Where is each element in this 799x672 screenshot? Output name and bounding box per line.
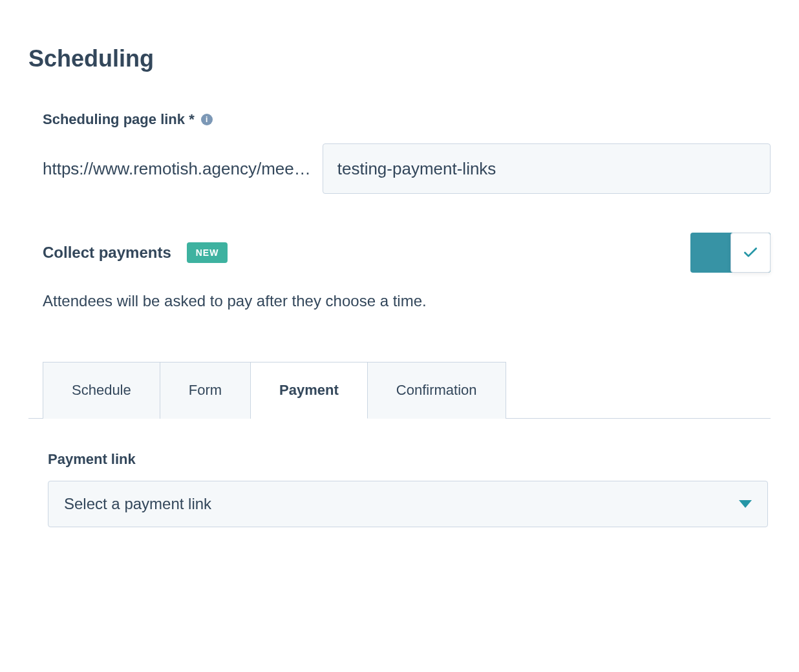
new-badge: NEW: [187, 242, 228, 263]
tab-form[interactable]: Form: [160, 362, 251, 419]
check-icon: [742, 244, 759, 261]
collect-payments-description: Attendees will be asked to pay after the…: [43, 292, 771, 310]
toggle-thumb: [730, 233, 771, 273]
info-icon[interactable]: i: [201, 114, 213, 125]
collect-payments-toggle[interactable]: [690, 233, 771, 273]
payment-link-label: Payment link: [48, 451, 768, 468]
tabs-row: Schedule Form Payment Confirmation: [28, 362, 771, 419]
tab-payment[interactable]: Payment: [251, 362, 368, 419]
tab-confirmation[interactable]: Confirmation: [368, 362, 506, 419]
scheduling-link-section: Scheduling page link * i https://www.rem…: [28, 111, 771, 194]
scheduling-link-label: Scheduling page link *: [43, 111, 195, 128]
chevron-down-icon: [739, 500, 752, 508]
url-slug-input[interactable]: [323, 143, 771, 194]
collect-payments-label: Collect payments: [43, 244, 171, 262]
payment-link-section: Payment link Select a payment link: [28, 451, 771, 527]
collect-payments-section: Collect payments NEW Attendees will be a…: [28, 233, 771, 310]
tab-schedule[interactable]: Schedule: [43, 362, 160, 419]
payment-link-placeholder: Select a payment link: [64, 495, 211, 513]
page-title: Scheduling: [28, 45, 771, 72]
payment-link-select[interactable]: Select a payment link: [48, 481, 768, 527]
scheduling-link-label-row: Scheduling page link * i: [43, 111, 771, 128]
url-prefix-text: https://www.remotish.agency/mee…: [43, 159, 311, 179]
collect-payments-left: Collect payments NEW: [43, 242, 228, 263]
collect-payments-header: Collect payments NEW: [43, 233, 771, 273]
scheduling-link-row: https://www.remotish.agency/mee…: [43, 143, 771, 194]
